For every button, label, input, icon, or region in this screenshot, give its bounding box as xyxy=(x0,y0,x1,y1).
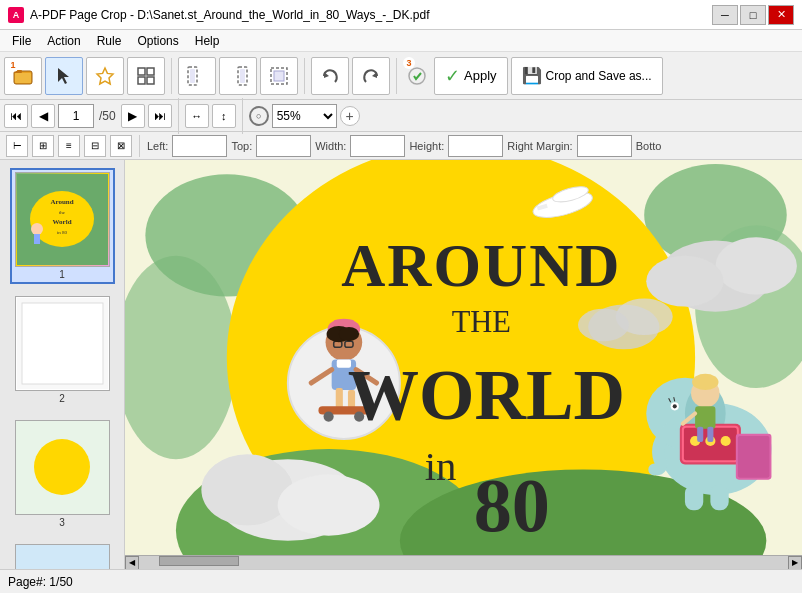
separator1 xyxy=(171,58,172,94)
menu-help[interactable]: Help xyxy=(187,32,228,50)
svg-rect-12 xyxy=(240,69,245,83)
scroll-right-arrow[interactable]: ▶ xyxy=(788,556,802,570)
page-number-input[interactable]: 1 xyxy=(58,104,94,128)
svg-point-24 xyxy=(31,223,43,235)
right-margin-label: Right Margin: xyxy=(507,140,572,152)
svg-rect-2 xyxy=(15,73,31,83)
maximize-button[interactable]: □ xyxy=(740,5,766,25)
svg-marker-4 xyxy=(97,68,113,84)
left-input[interactable] xyxy=(172,135,227,157)
select-tool-button[interactable] xyxy=(45,57,83,95)
toolbar2: ⏮ ◀ 1 /50 ▶ ⏭ ↔ ↕ ○ 55% 25% 50% 75% 100%… xyxy=(0,100,802,132)
crop-save-button[interactable]: 💾 Crop and Save as... xyxy=(511,57,663,95)
svg-rect-14 xyxy=(274,71,284,81)
thumbnail-4[interactable]: Around the World 4 xyxy=(10,540,115,569)
page-info: Page#: 1/50 xyxy=(8,575,73,589)
thumb-label-3: 3 xyxy=(59,517,65,528)
align-btn-2[interactable]: ⊞ xyxy=(32,135,54,157)
status-bar: Page#: 1/50 xyxy=(0,569,802,593)
align-btn-5[interactable]: ⊠ xyxy=(110,135,132,157)
fit-page-button[interactable]: ↕ xyxy=(212,104,236,128)
save-icon: 💾 xyxy=(522,66,542,85)
svg-point-54 xyxy=(646,256,723,307)
svg-rect-85 xyxy=(710,485,728,510)
svg-text:Around: Around xyxy=(50,198,73,206)
horizontal-scrollbar[interactable]: ◀ ▶ xyxy=(125,555,802,569)
svg-point-29 xyxy=(34,439,90,495)
svg-text:the: the xyxy=(58,210,65,215)
svg-rect-98 xyxy=(738,436,770,478)
crop-right-button[interactable] xyxy=(219,57,257,95)
page-total: /50 xyxy=(97,109,118,123)
svg-rect-7 xyxy=(138,77,145,84)
title-bar: A A-PDF Page Crop - D:\Sanet.st_Around_t… xyxy=(0,0,802,30)
toolbar1: 1 3 ✓ Apply 💾 xyxy=(0,52,802,100)
crop-left-button[interactable] xyxy=(178,57,216,95)
menu-rule[interactable]: Rule xyxy=(89,32,130,50)
grid-tool-button[interactable] xyxy=(127,57,165,95)
separator5 xyxy=(242,98,243,134)
first-page-button[interactable]: ⏮ xyxy=(4,104,28,128)
svg-rect-30 xyxy=(17,546,108,569)
last-page-button[interactable]: ⏭ xyxy=(148,104,172,128)
main-area: Around the World in 80 1 2 xyxy=(0,160,802,569)
menu-action[interactable]: Action xyxy=(39,32,88,50)
svg-marker-3 xyxy=(58,68,69,84)
badge-3: 3 xyxy=(403,57,415,69)
trim-button[interactable] xyxy=(260,57,298,95)
top-label: Top: xyxy=(231,140,252,152)
svg-text:80: 80 xyxy=(474,463,550,548)
next-page-button[interactable]: ▶ xyxy=(121,104,145,128)
scrollbar-thumb[interactable] xyxy=(159,556,239,566)
align-btn-4[interactable]: ⊟ xyxy=(84,135,106,157)
thumbnail-3[interactable]: 3 xyxy=(10,416,115,532)
align-btn-1[interactable]: ⊢ xyxy=(6,135,28,157)
scrollbar-track[interactable] xyxy=(139,556,788,570)
menu-options[interactable]: Options xyxy=(129,32,186,50)
badge-1: 1 xyxy=(7,60,19,72)
svg-rect-5 xyxy=(138,68,145,75)
thumb-image-1: Around the World in 80 xyxy=(15,172,110,267)
window-controls[interactable]: ─ □ ✕ xyxy=(712,5,794,25)
svg-marker-16 xyxy=(372,72,377,78)
svg-point-17 xyxy=(409,68,425,84)
page-image: AROUND THE WORLD in 80 xyxy=(125,160,802,555)
thumb-image-3 xyxy=(15,420,110,515)
close-button[interactable]: ✕ xyxy=(768,5,794,25)
svg-point-51 xyxy=(278,475,380,536)
thumb-label-2: 2 xyxy=(59,393,65,404)
menu-file[interactable]: File xyxy=(4,32,39,50)
apply-label: Apply xyxy=(464,68,497,83)
separator4 xyxy=(178,98,179,134)
svg-rect-96 xyxy=(707,427,713,442)
thumbnail-2[interactable]: 2 xyxy=(10,292,115,408)
right-margin-input[interactable] xyxy=(577,135,632,157)
star-tool-button[interactable] xyxy=(86,57,124,95)
zoom-icon[interactable]: ○ xyxy=(249,106,269,126)
height-input[interactable] xyxy=(448,135,503,157)
top-input[interactable] xyxy=(256,135,311,157)
svg-rect-6 xyxy=(147,68,154,75)
title-text: A-PDF Page Crop - D:\Sanet.st_Around_the… xyxy=(30,8,430,22)
fit-width-button[interactable]: ↔ xyxy=(185,104,209,128)
svg-text:in 80: in 80 xyxy=(56,230,67,235)
svg-rect-93 xyxy=(695,406,715,428)
zoom-select[interactable]: 55% 25% 50% 75% 100% 150% 200% xyxy=(272,104,337,128)
svg-point-68 xyxy=(324,411,334,421)
align-btn-3[interactable]: ≡ xyxy=(58,135,80,157)
undo-button[interactable] xyxy=(311,57,349,95)
svg-point-50 xyxy=(201,454,293,525)
open-button[interactable]: 1 xyxy=(4,57,42,95)
title-bar-left: A A-PDF Page Crop - D:\Sanet.st_Around_t… xyxy=(8,7,430,23)
separator2 xyxy=(304,58,305,94)
crop-save-label: Crop and Save as... xyxy=(546,69,652,83)
minimize-button[interactable]: ─ xyxy=(712,5,738,25)
thumbnail-1[interactable]: Around the World in 80 1 xyxy=(10,168,115,284)
prev-page-button[interactable]: ◀ xyxy=(31,104,55,128)
width-input[interactable] xyxy=(350,135,405,157)
scroll-left-arrow[interactable]: ◀ xyxy=(125,556,139,570)
redo-button[interactable] xyxy=(352,57,390,95)
svg-text:THE: THE xyxy=(452,305,511,339)
zoom-plus-button[interactable]: + xyxy=(340,106,360,126)
apply-button[interactable]: ✓ Apply xyxy=(434,57,508,95)
